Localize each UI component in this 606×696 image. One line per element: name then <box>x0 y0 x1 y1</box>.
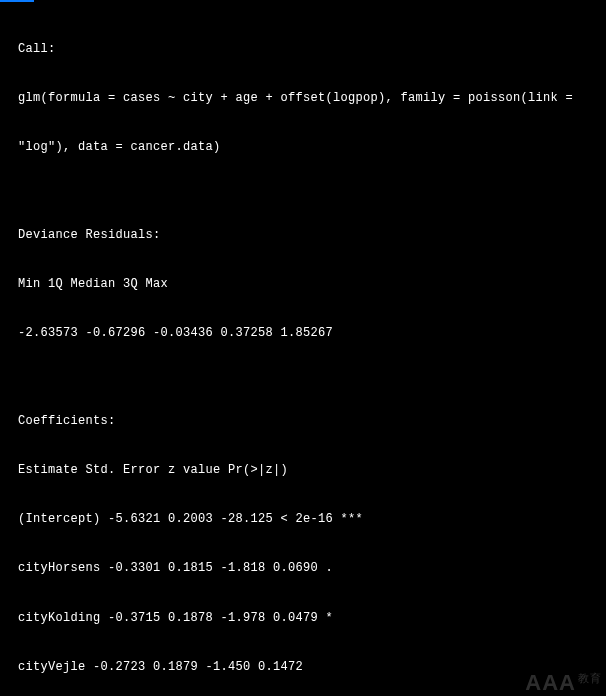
blank-line <box>18 184 588 198</box>
output-line: cityKolding -0.3715 0.1878 -1.978 0.0479… <box>18 606 588 631</box>
output-line: Deviance Residuals: <box>18 223 588 248</box>
output-line: Coefficients: <box>18 409 588 434</box>
output-line: cityHorsens -0.3301 0.1815 -1.818 0.0690… <box>18 556 588 581</box>
output-line: Call: <box>18 37 588 62</box>
blank-line <box>18 370 588 384</box>
watermark-logo: AAA教育 <box>525 670 602 696</box>
output-line: (Intercept) -5.6321 0.2003 -28.125 < 2e-… <box>18 507 588 532</box>
output-line: Min 1Q Median 3Q Max <box>18 272 588 297</box>
output-line: "log"), data = cancer.data) <box>18 135 588 160</box>
output-line: glm(formula = cases ~ city + age + offse… <box>18 86 588 111</box>
code-output-block: Call: glm(formula = cases ~ city + age +… <box>0 2 606 696</box>
watermark-sub: 教育 <box>578 672 602 684</box>
output-line: Estimate Std. Error z value Pr(>|z|) <box>18 458 588 483</box>
output-line: -2.63573 -0.67296 -0.03436 0.37258 1.852… <box>18 321 588 346</box>
output-line: cityVejle -0.2723 0.1879 -1.450 0.1472 <box>18 655 588 680</box>
watermark-main: AAA <box>525 670 576 695</box>
